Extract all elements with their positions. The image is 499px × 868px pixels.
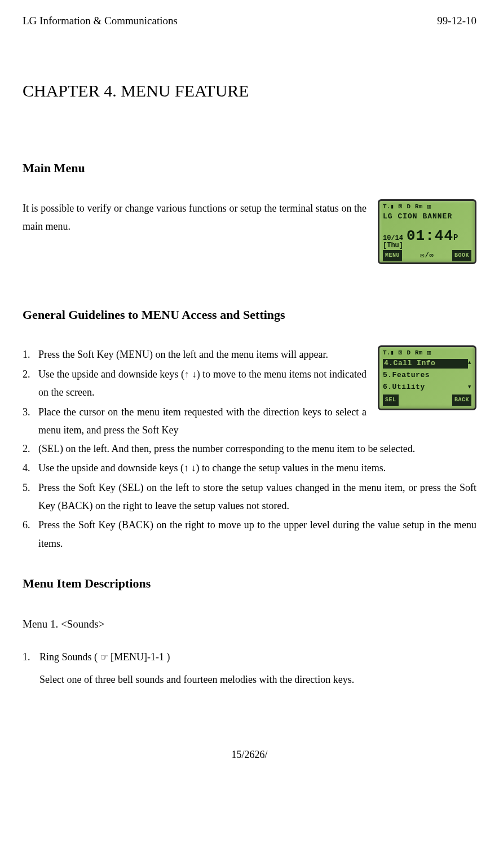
mail-icon: ⊠ [399, 350, 403, 356]
rm-icon: Rm [415, 204, 422, 210]
lcd-menu-screen: T.▮ ⊠ D Rm ▥ 4.Call Info ▲ 5.Features 6.… [378, 345, 476, 410]
lcd-ampm: P [453, 231, 458, 245]
softkey-sel: SEL [383, 394, 399, 406]
chapter-title: CHAPTER 4. MENU FEATURE [23, 76, 476, 106]
lcd-menu-item-5: 5.Features [383, 371, 471, 380]
softkey-mid-icon: ✉/∞ [420, 250, 434, 262]
pointing-hand-icon: ☞ [100, 652, 108, 662]
page-header: LG Information & Communications 99-12-10 [23, 11, 476, 30]
lcd-time-row: 10/14 [Thu] 01:44P [383, 223, 471, 249]
rm-icon: Rm [415, 350, 422, 356]
lcd-time: 01:44 [407, 223, 453, 249]
guideline-1: Press the Soft Key (MENU) on the left an… [23, 345, 366, 363]
signal-icon: T.▮ [383, 350, 394, 356]
guidelines-list-rest: Use the upside and downside keys (↑ ↓) t… [23, 459, 476, 553]
ring-sounds-item: 1. Ring Sounds ( ☞ [MENU]-1-1 ) [23, 648, 476, 666]
ring-sounds-title: Ring Sounds ( ☞ [MENU]-1-1 ) [39, 651, 170, 663]
header-left: LG Information & Communications [23, 11, 178, 30]
lcd2-softkeys: SEL BACK [383, 394, 471, 406]
lcd-menu-item-4: 4.Call Info ▲ [383, 359, 471, 369]
guideline-6: Press the Soft Key (BACK) on the right t… [23, 516, 476, 553]
lcd-banner: LG CION BANNER [383, 210, 471, 223]
main-menu-intro-text: It is possible to verify or change vario… [23, 199, 366, 236]
lcd-home-screen: T.▮ ⊠ D Rm ▥ LG CION BANNER 10/14 [Thu] … [378, 199, 476, 264]
menu-desc-heading: Menu Item Descriptions [23, 572, 476, 595]
guidelines-block: Press the Soft Key (MENU) on the left an… [23, 345, 476, 440]
mail-icon: ⊠ [399, 204, 403, 210]
guidelines-heading: General Guidelines to MENU Access and Se… [23, 304, 476, 326]
page-footer: 15/2626/ [23, 746, 476, 764]
softkey-menu: MENU [383, 250, 402, 261]
d-icon: D [407, 204, 410, 210]
header-right: 99-12-10 [437, 11, 476, 30]
main-menu-heading: Main Menu [23, 157, 476, 179]
guidelines-list-full: (SEL) on the left. And then, press the n… [23, 440, 476, 458]
main-menu-intro-block: It is possible to verify or change vario… [23, 199, 476, 264]
guideline-2: Use the upside and downside keys (↑ ↓) t… [23, 365, 366, 402]
down-scroll-icon: ▼ [468, 384, 471, 391]
up-arrow-icon: ↑ [184, 369, 189, 380]
guideline-3-cont: (SEL) on the left. And then, press the n… [23, 440, 476, 458]
softkey-book: BOOK [452, 250, 471, 261]
battery-icon: ▥ [427, 350, 431, 356]
battery-icon: ▥ [427, 204, 431, 210]
guideline-3: Place the cursor on the menu item reques… [23, 403, 366, 440]
lcd-day: [Thu] [383, 242, 403, 249]
guidelines-list-narrow: Press the Soft Key (MENU) on the left an… [23, 345, 366, 439]
softkey-back: BACK [452, 394, 471, 406]
lcd-softkeys: MENU ✉/∞ BOOK [383, 250, 471, 262]
menu-1-label: Menu 1. <Sounds> [23, 615, 476, 634]
item-number: 1. [23, 651, 30, 663]
lcd-status-bar: T.▮ ⊠ D Rm ▥ [383, 204, 471, 210]
ring-sounds-desc: Select one of three bell sounds and four… [23, 670, 476, 689]
guideline-5: Press the Soft Key (SEL) on the left to … [23, 479, 476, 515]
signal-icon: T.▮ [383, 204, 394, 210]
lcd-menu-item-6: 6.Utility ▼ [383, 383, 471, 392]
up-scroll-icon: ▲ [468, 360, 471, 367]
d-icon: D [407, 350, 410, 356]
guideline-4: Use the upside and downside keys (↑ ↓) t… [23, 459, 476, 477]
lcd2-status-bar: T.▮ ⊠ D Rm ▥ [383, 350, 471, 356]
down-arrow-icon: ↓ [192, 369, 197, 380]
up-arrow-icon: ↑ [184, 463, 189, 474]
down-arrow-icon: ↓ [191, 463, 196, 474]
